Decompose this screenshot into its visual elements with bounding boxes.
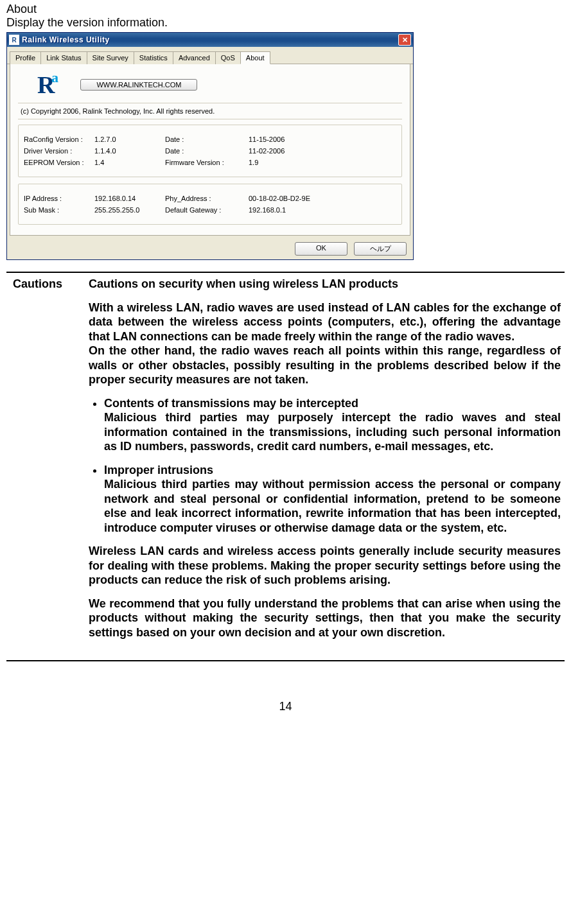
- cautions-p1: With a wireless LAN, radio waves are use…: [89, 301, 561, 343]
- cautions-b1-body: Malicious third parties may purposely in…: [104, 411, 561, 453]
- section-sub: Display the version information.: [6, 16, 565, 30]
- raconfig-date-label: Date :: [165, 135, 249, 143]
- cautions-p1b: On the other hand, the radio waves reach…: [89, 344, 561, 386]
- raconfig-version-value: 1.2.7.0: [94, 135, 165, 143]
- tab-body: Ra WWW.RALINKTECH.COM (c) Copyright 2006…: [10, 64, 410, 236]
- window-title: Ralink Wireless Utility: [22, 35, 398, 44]
- driver-date-value: 11-02-2006: [249, 147, 332, 155]
- divider-bottom: [6, 660, 565, 661]
- dialog-button-row: OK ヘルプ: [7, 238, 413, 259]
- driver-version-value: 1.1.4.0: [94, 147, 165, 155]
- raconfig-version-label: RaConfig Version :: [24, 135, 94, 143]
- tab-link-status[interactable]: Link Status: [40, 51, 87, 64]
- divider: [6, 272, 565, 273]
- sub-mask-value: 255.255.255.0: [94, 206, 165, 214]
- tab-statistics[interactable]: Statistics: [134, 51, 173, 64]
- page-number: 14: [6, 700, 565, 713]
- help-button[interactable]: ヘルプ: [354, 242, 407, 256]
- eeprom-version-label: EEPROM Version :: [24, 159, 94, 166]
- vendor-logo: Ra: [37, 71, 55, 99]
- tab-profile[interactable]: Profile: [10, 51, 41, 64]
- default-gateway-value: 192.168.0.1: [249, 206, 332, 214]
- tab-about[interactable]: About: [240, 51, 270, 64]
- raconfig-date-value: 11-15-2006: [249, 135, 332, 143]
- ok-button[interactable]: OK: [295, 242, 347, 256]
- app-window: R Ralink Wireless Utility ✕ Profile Link…: [6, 32, 414, 260]
- firmware-version-label: Firmware Version :: [165, 159, 249, 166]
- driver-date-label: Date :: [165, 147, 249, 155]
- cautions-bullet-2: Improper intrusions Malicious third part…: [104, 463, 561, 536]
- cautions-b2-title: Improper intrusions: [104, 463, 561, 478]
- cautions-label: Cautions: [6, 277, 89, 649]
- tab-qos[interactable]: QoS: [215, 51, 241, 64]
- app-icon: R: [9, 35, 19, 45]
- phy-address-value: 00-18-02-0B-D2-9E: [249, 195, 332, 202]
- ip-address-value: 192.168.0.14: [94, 195, 165, 202]
- default-gateway-label: Default Gateway :: [165, 206, 249, 214]
- cautions-bullet-1: Contents of transmissions may be interce…: [104, 396, 561, 454]
- firmware-version-value: 1.9: [249, 159, 332, 166]
- eeprom-version-value: 1.4: [94, 159, 165, 166]
- cautions-p3: We recommend that you fully understand t…: [89, 597, 561, 640]
- ip-address-label: IP Address :: [24, 195, 94, 202]
- section-heading: About: [6, 3, 565, 16]
- vendor-url-button[interactable]: WWW.RALINKTECH.COM: [80, 79, 197, 91]
- cautions-p2: Wireless LAN cards and wireless access p…: [89, 544, 561, 588]
- tab-advanced[interactable]: Advanced: [173, 51, 216, 64]
- cautions-block: Cautions Cautions on security when using…: [6, 277, 565, 649]
- cautions-title: Cautions on security when using wireless…: [89, 277, 561, 292]
- driver-version-label: Driver Version :: [24, 147, 94, 155]
- sub-mask-label: Sub Mask :: [24, 206, 94, 214]
- tab-site-survey[interactable]: Site Survey: [87, 51, 134, 64]
- network-group: IP Address : 192.168.0.14 Phy_Address : …: [18, 184, 402, 225]
- cautions-b2-body: Malicious third parties may without perm…: [104, 478, 561, 534]
- copyright-text: (c) Copyright 2006, Ralink Technology, I…: [18, 103, 402, 119]
- version-group: RaConfig Version : 1.2.7.0 Date : 11-15-…: [18, 125, 402, 177]
- tab-strip: Profile Link Status Site Survey Statisti…: [7, 47, 413, 64]
- cautions-b1-title: Contents of transmissions may be interce…: [104, 396, 561, 411]
- phy-address-label: Phy_Address :: [165, 195, 249, 202]
- titlebar: R Ralink Wireless Utility ✕: [7, 33, 413, 47]
- close-icon[interactable]: ✕: [398, 34, 411, 46]
